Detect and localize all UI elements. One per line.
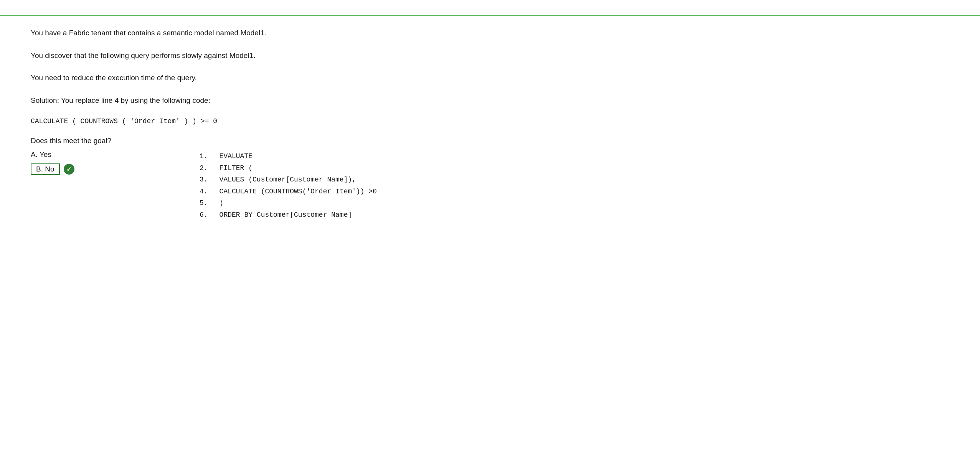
line-content: ORDER BY Customer[Customer Name] — [219, 209, 352, 221]
paragraph-4: Solution: You replace line 4 by using th… — [31, 95, 568, 106]
code-block: 1.EVALUATE2. FILTER (3. VALUES (Customer… — [200, 150, 377, 221]
line-number: 4. — [200, 186, 208, 198]
line-number: 6. — [200, 209, 208, 221]
line-number: 2. — [200, 162, 208, 174]
answer-option-b[interactable]: B. No ✓ — [31, 163, 153, 175]
paragraph-3: You need to reduce the execution time of… — [31, 73, 568, 84]
code-line: 6. ORDER BY Customer[Customer Name] — [200, 209, 377, 221]
top-border — [0, 15, 980, 16]
paragraph-2: You discover that the following query pe… — [31, 50, 568, 61]
checkmark-icon: ✓ — [64, 164, 74, 175]
line-content: VALUES (Customer[Customer Name]), — [219, 174, 356, 186]
line-content: FILTER ( — [219, 162, 252, 174]
code-line: 4. CALCULATE (COUNTROWS('Order Item')) >… — [200, 186, 377, 198]
answer-section: A. Yes B. No ✓ 1.EVALUATE2. FILTER (3. V… — [31, 150, 568, 221]
line-number: 1. — [200, 150, 208, 162]
code-line: 1.EVALUATE — [200, 150, 377, 162]
answer-option-a[interactable]: A. Yes — [31, 150, 153, 159]
inline-code: CALCULATE ( COUNTROWS ( 'Order Item' ) )… — [31, 117, 568, 125]
answer-b-box[interactable]: B. No — [31, 163, 60, 175]
line-content: ) — [219, 197, 224, 209]
line-number: 3. — [200, 174, 208, 186]
line-content: CALCULATE (COUNTROWS('Order Item')) >0 — [219, 186, 377, 198]
question-text: Does this meet the goal? — [31, 137, 568, 145]
line-number: 5. — [200, 197, 208, 209]
question-block: You have a Fabric tenant that contains a… — [31, 28, 568, 221]
code-line: 5. ) — [200, 197, 377, 209]
line-content: EVALUATE — [219, 150, 252, 162]
code-line: 3. VALUES (Customer[Customer Name]), — [200, 174, 377, 186]
answers-left: A. Yes B. No ✓ — [31, 150, 153, 180]
code-line: 2. FILTER ( — [200, 162, 377, 174]
paragraph-1: You have a Fabric tenant that contains a… — [31, 28, 568, 39]
answer-a-label: A. Yes — [31, 150, 51, 159]
